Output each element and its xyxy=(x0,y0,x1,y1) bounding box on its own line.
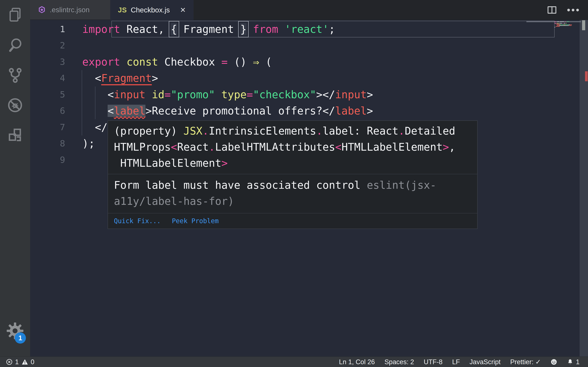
code-line: 4 <Fragment> xyxy=(30,70,588,86)
code-token: input xyxy=(114,88,146,101)
code-token: = xyxy=(164,88,171,101)
code-token: React, xyxy=(120,23,171,35)
status-problems[interactable]: 10 xyxy=(0,358,34,366)
code-token: </ xyxy=(95,121,107,133)
code-token: Form label must have associated control xyxy=(114,179,367,191)
code-token: . xyxy=(316,125,322,137)
code-token: Detailed xyxy=(405,125,455,137)
code-content: ); xyxy=(82,135,95,152)
status-prettier-[interactable]: Prettier: ✓ xyxy=(510,358,541,366)
tabs-container: .eslintrc.jsonJSCheckbox.js✕ xyxy=(30,0,194,20)
hover-tooltip: (property) JSX.IntrinsicElements.label: … xyxy=(108,120,478,229)
tooltip-action-quick-fix-[interactable]: Quick Fix... xyxy=(114,217,161,225)
tooltip-message-line: Form label must have associated control … xyxy=(114,177,471,193)
code-token: ⇒ xyxy=(253,56,259,68)
code-token: } xyxy=(240,23,247,35)
split-editor-icon[interactable] xyxy=(548,6,556,14)
code-token: from xyxy=(253,23,278,35)
line-number: 8 xyxy=(30,135,65,152)
code-token: , xyxy=(449,141,455,153)
scrollbar[interactable] xyxy=(579,20,588,357)
code-token: = xyxy=(221,56,228,68)
code-token: Fragment xyxy=(177,23,240,35)
settings-gear-button[interactable]: 1 xyxy=(0,318,30,344)
tooltip-actions: Quick Fix...Peek Problem xyxy=(108,213,477,229)
scrollbar-thumb[interactable] xyxy=(582,20,585,30)
status-right: Ln 1, Col 26Spaces: 2UTF-8LFJavaScriptPr… xyxy=(339,358,588,366)
code-content: export const Checkbox = () ⇒ ( xyxy=(82,54,272,70)
line-number: 7 xyxy=(30,119,65,135)
code-token: > xyxy=(152,72,158,84)
status-warning-count: 0 xyxy=(31,358,34,366)
code-token: . xyxy=(398,125,405,137)
code-line: 1import React, { Fragment } from 'react'… xyxy=(30,21,588,37)
editor[interactable]: 1import React, { Fragment } from 'react'… xyxy=(30,20,588,357)
code-token: label xyxy=(335,105,367,117)
status-ln-1-col-26-label: Ln 1, Col 26 xyxy=(339,358,375,366)
line-number: 3 xyxy=(30,54,65,70)
tab-.eslintrc.json[interactable]: .eslintrc.json xyxy=(30,0,110,20)
activity-item-debug-disabled[interactable] xyxy=(0,90,30,120)
code-token: 'react' xyxy=(285,23,329,35)
code-token: . xyxy=(202,125,209,137)
code-token xyxy=(146,88,152,101)
code-content: import React, { Fragment } from 'react'; xyxy=(82,21,335,37)
smiley-icon xyxy=(551,359,557,365)
line-number: 1 xyxy=(30,21,65,37)
status-javascript[interactable]: JavaScript xyxy=(469,358,501,366)
code-token: "promo" xyxy=(171,88,215,101)
code-token: > xyxy=(367,88,373,101)
tooltip-signature-line: HTMLProps<React.LabelHTMLAttributes<HTML… xyxy=(114,139,471,155)
code-token: < xyxy=(171,141,177,153)
code-token: label xyxy=(114,105,146,117)
activity-item-explorer[interactable] xyxy=(0,0,30,30)
status-smiley[interactable] xyxy=(551,359,557,365)
activity-bar: 1 xyxy=(0,0,30,357)
code-token xyxy=(247,23,253,35)
code-token: Fragment xyxy=(101,72,152,84)
code-token: > xyxy=(442,141,449,153)
line-number: 6 xyxy=(30,103,65,119)
tooltip-signature-line: (property) JSX.IntrinsicElements.label: … xyxy=(114,123,471,139)
activity-item-source-control[interactable] xyxy=(0,60,30,90)
code-token: ); xyxy=(82,137,95,150)
line-number: 2 xyxy=(30,37,65,54)
code-token: a11y/label-has-for) xyxy=(114,195,234,207)
tooltip-message-line: a11y/label-has-for) xyxy=(114,193,471,209)
activity-item-extensions[interactable] xyxy=(0,120,30,150)
code-line: 2 xyxy=(30,37,588,54)
tab-Checkbox.js[interactable]: JSCheckbox.js✕ xyxy=(110,0,194,20)
tooltip-lint-message: Form label must have associated control … xyxy=(108,174,477,213)
code-token: . xyxy=(209,141,215,153)
close-icon[interactable]: ✕ xyxy=(175,6,186,14)
settings-badge: 1 xyxy=(15,332,26,344)
extensions-icon xyxy=(7,127,24,144)
tooltip-action-peek-problem[interactable]: Peek Problem xyxy=(172,217,219,225)
status-utf-8[interactable]: UTF-8 xyxy=(424,358,442,366)
code-token: HTMLLabelElement xyxy=(341,141,442,153)
status-lf[interactable]: LF xyxy=(452,358,460,366)
code-token: < xyxy=(335,141,341,153)
source-control-icon xyxy=(7,67,24,83)
activity-item-search[interactable] xyxy=(0,30,30,60)
error-icon xyxy=(6,359,13,365)
search-icon xyxy=(7,37,24,53)
code-content: <label>Receive promotional offers?</labe… xyxy=(82,103,373,119)
code-token: type xyxy=(221,88,247,101)
code-token: () xyxy=(228,56,253,68)
code-token: LabelHTMLAttributes xyxy=(215,141,335,153)
status-error[interactable]: 1 xyxy=(6,358,19,366)
code-token xyxy=(82,88,108,101)
editor-actions: ••• xyxy=(548,0,588,20)
tooltip-signature-line: HTMLLabelElement> xyxy=(114,155,471,171)
code-content: <input id="promo" type="checkbox"></inpu… xyxy=(82,86,373,103)
status-warning[interactable]: 0 xyxy=(22,358,34,366)
status-bell[interactable]: 1 xyxy=(567,358,579,366)
tab-bar: .eslintrc.jsonJSCheckbox.js✕ ••• xyxy=(30,0,588,20)
tab-label: .eslintrc.json xyxy=(50,6,90,14)
code-token: Receive promotional offers? xyxy=(152,105,322,117)
status-spaces-2[interactable]: Spaces: 2 xyxy=(384,358,414,366)
more-actions-icon[interactable]: ••• xyxy=(567,6,580,14)
code-token: HTMLLabelElement xyxy=(114,157,221,169)
status-ln-1-col-26[interactable]: Ln 1, Col 26 xyxy=(339,358,375,366)
